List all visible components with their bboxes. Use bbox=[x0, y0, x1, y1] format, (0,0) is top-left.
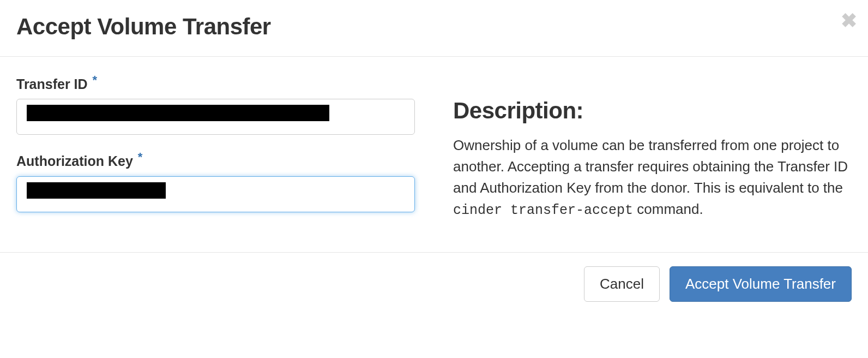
transfer-id-group: Transfer ID * bbox=[16, 73, 415, 135]
authorization-key-group: Authorization Key * bbox=[16, 150, 415, 212]
required-asterisk-icon: * bbox=[93, 73, 98, 87]
authorization-key-input[interactable] bbox=[16, 176, 415, 212]
transfer-id-input[interactable] bbox=[16, 99, 415, 135]
modal-body: Transfer ID * Authorization Key * Descri… bbox=[0, 57, 868, 252]
close-icon[interactable]: ✖ bbox=[841, 11, 857, 31]
modal-header: Accept Volume Transfer ✖ bbox=[0, 0, 868, 57]
description-text: Ownership of a volume can be transferred… bbox=[453, 135, 852, 221]
required-asterisk-icon: * bbox=[138, 150, 143, 164]
redacted-value bbox=[27, 105, 329, 121]
authorization-key-label-text: Authorization Key bbox=[16, 154, 133, 169]
description-heading: Description: bbox=[453, 98, 852, 124]
modal-footer: Cancel Accept Volume Transfer bbox=[0, 252, 868, 315]
form-column: Transfer ID * Authorization Key * bbox=[16, 73, 415, 228]
accept-button[interactable]: Accept Volume Transfer bbox=[670, 266, 852, 302]
transfer-id-label-text: Transfer ID bbox=[16, 76, 88, 92]
description-text-before: Ownership of a volume can be transferred… bbox=[453, 137, 848, 196]
description-text-after: command. bbox=[633, 201, 703, 217]
description-column: Description: Ownership of a volume can b… bbox=[453, 73, 852, 228]
transfer-id-label: Transfer ID * bbox=[16, 73, 415, 92]
cancel-button[interactable]: Cancel bbox=[584, 266, 660, 302]
accept-volume-transfer-modal: Accept Volume Transfer ✖ Transfer ID * A… bbox=[0, 0, 868, 315]
redacted-value bbox=[27, 182, 166, 199]
authorization-key-label: Authorization Key * bbox=[16, 150, 415, 169]
description-code: cinder transfer-accept bbox=[453, 202, 633, 218]
modal-title: Accept Volume Transfer bbox=[16, 14, 852, 40]
